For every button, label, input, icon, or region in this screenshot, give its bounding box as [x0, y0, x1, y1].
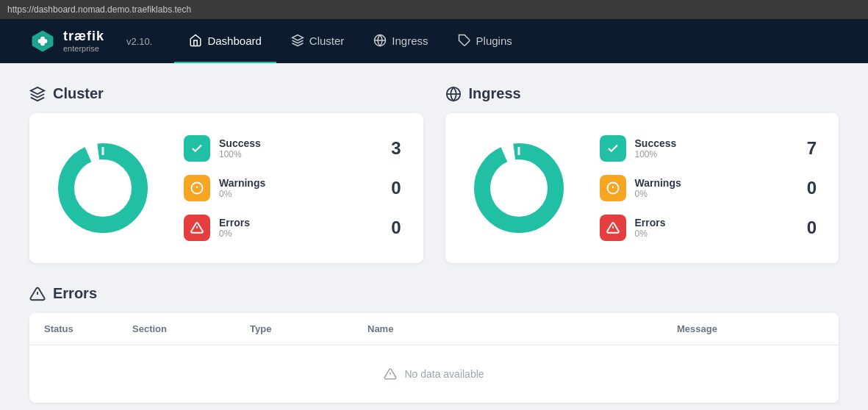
browser-url: https://dashboard.nomad.demo.traefiklabs…: [7, 4, 191, 15]
ingress-success-icon: [600, 135, 626, 162]
svg-point-10: [75, 160, 131, 216]
errors-section: Errors Status Section Type Name Message …: [29, 285, 839, 403]
layers-icon: [291, 34, 304, 47]
cluster-success-icon: [184, 135, 210, 162]
ingress-warnings-count: 0: [807, 178, 817, 198]
col-type: Type: [250, 323, 367, 334]
version-label: v2.10.: [126, 36, 152, 47]
ingress-stat-success: Success 100% 7: [600, 135, 817, 162]
no-data-text: No data available: [404, 368, 484, 380]
ingress-title-text: Ingress: [469, 85, 521, 102]
cluster-success-count: 3: [391, 138, 401, 159]
svg-marker-4: [292, 35, 303, 41]
ingress-title-icon: [445, 86, 462, 102]
ingress-errors-info: Errors 0%: [635, 217, 798, 239]
sections-grid: Cluster: [29, 85, 839, 263]
table-header: Status Section Type Name Message: [29, 313, 839, 345]
ingress-errors-count: 0: [807, 217, 817, 238]
ingress-card: Success 100% 7 Warnings 0% 0: [445, 113, 839, 263]
col-status: Status: [44, 323, 132, 334]
nav-item-cluster[interactable]: Cluster: [276, 19, 359, 63]
ingress-warnings-label: Warnings: [635, 177, 798, 189]
ingress-warning-icon: [600, 175, 626, 201]
ingress-donut: [467, 137, 570, 240]
svg-marker-8: [31, 87, 44, 93]
col-name: Name: [367, 323, 677, 334]
errors-table: Status Section Type Name Message No data…: [29, 313, 839, 403]
navbar: træfik enterprise v2.10. Dashboard Clust…: [0, 19, 868, 63]
col-section: Section: [132, 323, 250, 334]
cluster-donut: [51, 137, 154, 240]
nav-plugins-label: Plugins: [476, 35, 512, 47]
cluster-errors-info: Errors 0%: [219, 217, 382, 239]
cluster-section: Cluster: [29, 85, 423, 263]
cluster-warnings-info: Warnings 0%: [219, 177, 382, 199]
cluster-warnings-count: 0: [391, 178, 401, 198]
brand-name: træfik: [63, 29, 104, 45]
ingress-section: Ingress: [445, 85, 839, 263]
browser-bar: https://dashboard.nomad.demo.traefiklabs…: [0, 0, 868, 19]
cluster-title-icon: [29, 86, 46, 102]
ingress-stat-warnings: Warnings 0% 0: [600, 175, 817, 201]
globe-icon: [373, 34, 387, 47]
cluster-errors-pct: 0%: [219, 229, 382, 239]
cluster-warning-icon: [184, 175, 210, 201]
nav-ingress-label: Ingress: [392, 35, 428, 47]
cluster-success-pct: 100%: [219, 149, 382, 159]
cluster-donut-svg: [51, 137, 154, 240]
nav-item-dashboard[interactable]: Dashboard: [174, 19, 276, 63]
ingress-errors-label: Errors: [635, 217, 798, 229]
cluster-errors-label: Errors: [219, 217, 382, 229]
ingress-success-count: 7: [807, 138, 817, 159]
ingress-warnings-info: Warnings 0%: [635, 177, 798, 199]
ingress-error-icon: [600, 215, 626, 241]
ingress-success-pct: 100%: [635, 149, 798, 159]
nav-cluster-label: Cluster: [309, 35, 345, 47]
cluster-warnings-pct: 0%: [219, 189, 382, 199]
nav-items: Dashboard Cluster Ingress Plugins: [174, 19, 526, 63]
cluster-error-icon: [184, 215, 210, 241]
cluster-warnings-label: Warnings: [219, 177, 382, 189]
cluster-errors-count: 0: [391, 217, 401, 238]
ingress-errors-pct: 0%: [635, 229, 798, 239]
cluster-stats: Success 100% 3 Warnings 0% 0: [184, 135, 401, 241]
ingress-section-title: Ingress: [445, 85, 839, 102]
errors-title-text: Errors: [53, 285, 97, 302]
errors-section-title: Errors: [29, 285, 839, 302]
ingress-donut-svg: [467, 137, 570, 240]
no-data-row: No data available: [29, 345, 839, 403]
ingress-success-label: Success: [635, 137, 798, 149]
no-data-warning-icon: [384, 367, 397, 381]
svg-rect-3: [38, 39, 48, 43]
cluster-success-info: Success 100%: [219, 137, 382, 159]
cluster-stat-errors: Errors 0% 0: [184, 215, 401, 241]
cluster-card: Success 100% 3 Warnings 0% 0: [29, 113, 423, 263]
home-icon: [189, 34, 202, 47]
brand: træfik enterprise: [29, 28, 104, 54]
ingress-warnings-pct: 0%: [635, 189, 798, 199]
cluster-stat-warnings: Warnings 0% 0: [184, 175, 401, 201]
cluster-section-title: Cluster: [29, 85, 423, 102]
brand-logo-icon: [29, 28, 56, 54]
main-content: Cluster: [0, 63, 868, 410]
ingress-success-info: Success 100%: [635, 137, 798, 159]
nav-item-ingress[interactable]: Ingress: [359, 19, 442, 63]
brand-text: træfik enterprise: [63, 29, 104, 54]
brand-sub: enterprise: [63, 44, 104, 54]
cluster-success-label: Success: [219, 137, 382, 149]
puzzle-icon: [458, 34, 471, 47]
cluster-stat-success: Success 100% 3: [184, 135, 401, 162]
ingress-stat-errors: Errors 0% 0: [600, 215, 817, 241]
nav-dashboard-label: Dashboard: [207, 35, 261, 47]
cluster-title-text: Cluster: [53, 85, 104, 102]
col-message: Message: [677, 323, 824, 334]
ingress-stats: Success 100% 7 Warnings 0% 0: [600, 135, 817, 241]
svg-point-20: [491, 160, 547, 216]
errors-title-icon: [29, 286, 46, 302]
nav-item-plugins[interactable]: Plugins: [443, 19, 527, 63]
